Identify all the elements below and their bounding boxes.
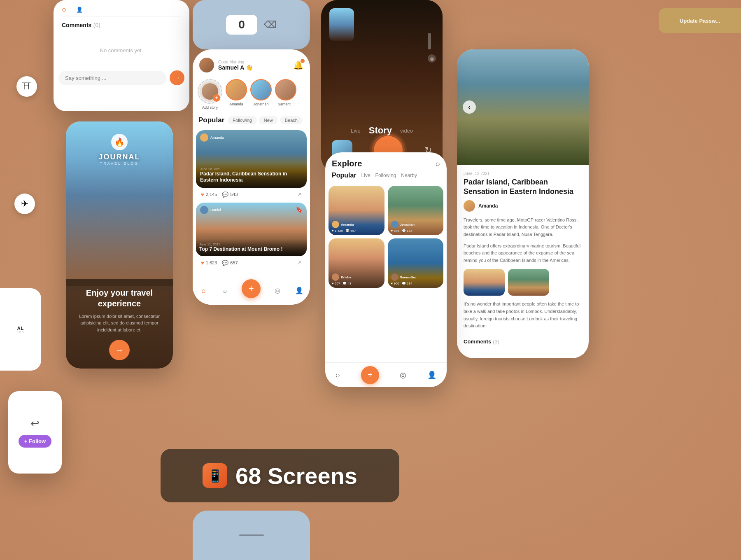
post-bromo-likes[interactable]: ♥ 1,623	[201, 260, 217, 266]
explore-item-jonathan[interactable]: Jonathan ♥ 879 💬 134	[388, 186, 444, 235]
nav-user[interactable]: 👤	[294, 286, 304, 296]
story-samantha[interactable]: Samant...	[275, 79, 296, 110]
story-side-controls: ◎	[428, 33, 436, 63]
number-input[interactable]: 0	[226, 15, 257, 35]
explore-item-krisha[interactable]: Krisha ♥ 667 💬 43	[329, 238, 384, 288]
nav-plus-fab[interactable]: +	[242, 279, 261, 298]
story-add-item[interactable]: + Add story	[198, 79, 222, 110]
tab-following[interactable]: Following	[228, 116, 256, 124]
post-padar-comments[interactable]: 💬 543	[222, 191, 238, 198]
post-padar-avatar	[200, 133, 208, 142]
explore-bottom-nav: ⌕ + ◎ 👤	[325, 362, 447, 387]
article-author-name: Amanda	[478, 203, 498, 209]
post-padar-likes[interactable]: ♥ 2,145	[201, 191, 217, 198]
tab-beach[interactable]: Beach	[280, 116, 303, 124]
explore-item-samantha[interactable]: Samantha ♥ 960 💬 234	[388, 238, 444, 288]
journal-card: 🔥 JOURNAL TRAVEL BLOG Enjoy your travel …	[66, 121, 173, 369]
explore-tab-nearby[interactable]: Nearby	[401, 173, 417, 178]
post-bromo-actions: ♥ 1,623 💬 657 ↗	[196, 256, 307, 269]
explore-search-icon[interactable]: ⌕	[436, 159, 440, 168]
post-padar-actions: ♥ 2,145 💬 543 ↗	[196, 188, 307, 201]
story-tabs: Live Story video	[321, 125, 443, 136]
article-author-row: Amanda	[464, 200, 582, 212]
story-settings-icon[interactable]: ◎	[428, 54, 436, 63]
story-circle-jonathan[interactable]	[250, 79, 272, 100]
story-tab-video[interactable]: video	[400, 128, 413, 134]
update-password-label: Update Passw...	[680, 18, 720, 24]
post-bromo-comments[interactable]: 💬 657	[222, 260, 238, 266]
post-bromo: June 11, 2021 Top 7 Destination at Mount…	[196, 203, 307, 269]
partial-blog-subtitle: LOG	[17, 331, 24, 334]
bromo-comment-count: 657	[230, 260, 238, 265]
article-hero-img: ‹	[457, 49, 589, 165]
article-body-2: Padar Island offers extraordinary marine…	[464, 243, 582, 264]
share-icon[interactable]: ↩	[30, 417, 40, 430]
explore-info-jonathan: Jonathan ♥ 879 💬 134	[391, 221, 440, 233]
explore-nav-plus[interactable]: +	[361, 366, 379, 384]
explore-tab-live[interactable]: Live	[361, 173, 370, 178]
nav-home[interactable]: ⌂	[198, 286, 208, 296]
explore-avatar-krisha	[332, 273, 339, 281]
story-thumbnail	[329, 8, 354, 41]
story-tab-story[interactable]: Story	[369, 125, 392, 136]
article-comments-header: Comments (3)	[464, 335, 582, 345]
explore-nav-user[interactable]: 👤	[427, 371, 436, 380]
post-padar-img: June 12, 2021 Padar Island, Caribbean Se…	[196, 130, 307, 188]
explore-avatar-amanda	[332, 221, 339, 228]
notification-badge	[301, 59, 305, 63]
journal-cta-button[interactable]: →	[109, 340, 130, 360]
explore-header: Explore ⌕	[325, 152, 447, 172]
story-circle-amanda[interactable]	[226, 79, 247, 100]
tab-new[interactable]: New	[259, 116, 278, 124]
like-count: 2,145	[206, 192, 217, 197]
story-slider[interactable]	[428, 33, 431, 49]
explore-nav-search[interactable]: ⌕	[336, 371, 340, 379]
nav-icon-user[interactable]: 👤	[76, 7, 83, 13]
keyboard-card: 0 ⌫	[193, 0, 310, 49]
story-tab-live[interactable]: Live	[351, 128, 361, 134]
torii-icon: ⛩	[16, 76, 37, 97]
story-label-jonathan: Jonathan	[253, 102, 268, 106]
phone-header: Good Morning Samuel A 👋 🔔	[193, 49, 310, 77]
nav-compass[interactable]: ◎	[273, 286, 282, 296]
story-circle-samantha[interactable]	[275, 79, 296, 100]
explore-nav-compass[interactable]: ◎	[400, 371, 406, 380]
post-padar-title: Padar Island, Caribbean Sensation in Eas…	[200, 171, 303, 184]
explore-stats-samantha: ♥ 960 💬 234	[391, 282, 440, 285]
story-add-label: Add story	[202, 105, 218, 110]
explore-name-krisha: Krisha	[341, 275, 351, 279]
follow-button[interactable]: + Follow	[19, 435, 51, 448]
explore-name-jonathan: Jonathan	[400, 223, 415, 226]
journal-description: Lorem ipsum dolor sit amet, consectetur …	[74, 313, 165, 334]
journal-gradient	[66, 163, 173, 286]
bottom-phone-partial	[193, 511, 310, 560]
explore-avatar-samantha	[391, 273, 398, 281]
explore-item-amanda[interactable]: Amanda ♥ 1,429 💬 657	[329, 186, 384, 235]
avatar	[199, 58, 214, 72]
story-label-amanda: Amanda	[229, 102, 243, 106]
story-add-circle[interactable]: +	[198, 79, 222, 104]
post-bromo-share[interactable]: ↗	[297, 259, 302, 266]
comment-input[interactable]	[58, 71, 166, 85]
nav-icon-compass[interactable]: ⊙	[62, 7, 66, 13]
backspace-button[interactable]: ⌫	[264, 19, 277, 30]
article-prev-button[interactable]: ‹	[463, 100, 476, 114]
update-password-button[interactable]: Update Passw...	[659, 8, 741, 33]
greeting-text-block: Good Morning Samuel A 👋	[218, 60, 253, 71]
post-padar-share[interactable]: ↗	[297, 191, 302, 198]
nav-search[interactable]: ⌕	[220, 286, 230, 296]
article-img-row	[464, 269, 582, 296]
explore-author-samantha: Samantha	[391, 273, 440, 281]
explore-stats-amanda: ♥ 1,429 💬 657	[332, 229, 381, 233]
explore-info-krisha: Krisha ♥ 667 💬 43	[332, 273, 381, 285]
story-jonathan[interactable]: Jonathan	[250, 79, 272, 110]
explore-tab-following[interactable]: Following	[375, 173, 396, 178]
follow-card: ↩ + Follow	[8, 391, 62, 474]
post-bromo-author-area: Daniel	[200, 206, 221, 214]
comments-panel: ⊙ 👤 Comments (0) No comments yet. →	[54, 0, 189, 111]
comment-send-button[interactable]: →	[170, 70, 184, 85]
story-amanda[interactable]: Amanda	[226, 79, 247, 110]
explore-popular-label: Popular	[332, 172, 357, 179]
post-bromo-bookmark[interactable]: 🔖	[296, 206, 303, 213]
journal-tagline: Enjoy your travel experience	[74, 287, 165, 309]
